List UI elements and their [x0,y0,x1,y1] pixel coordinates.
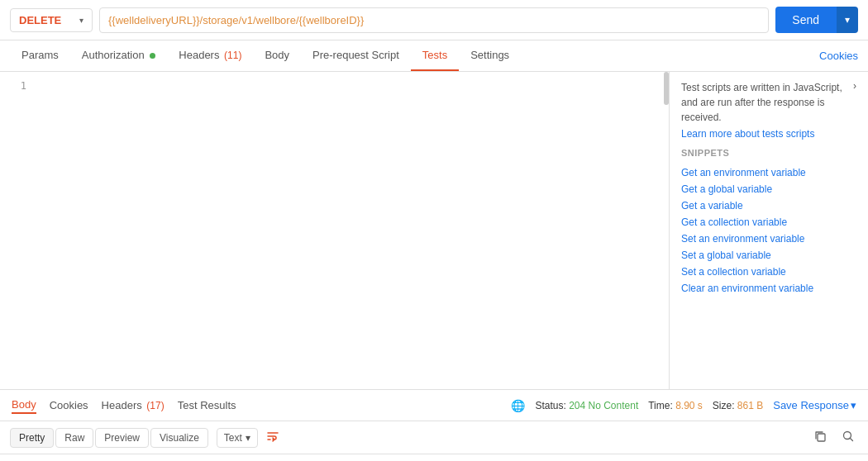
response-body: 1 [0,454,868,461]
tab-params[interactable]: Params [10,40,70,71]
snippet-set-collection-var[interactable]: Set a collection variable [681,264,856,280]
snippet-get-variable[interactable]: Get a variable [681,197,856,214]
editor-content[interactable] [30,72,669,389]
resp-headers-badge: (17) [146,400,164,411]
svg-line-2 [850,438,852,440]
url-input[interactable] [99,7,769,33]
format-preview-button[interactable]: Preview [95,428,149,448]
tab-settings[interactable]: Settings [459,40,521,71]
line-number-1: 1 [3,78,26,93]
snippets-intro-text: Test scripts are written in JavaScript, … [681,80,856,125]
text-dropdown-label: Text [224,432,242,444]
line-numbers: 1 [0,72,30,100]
snippet-clear-env-var[interactable]: Clear an environment variable [681,280,856,297]
tab-body[interactable]: Body [253,40,301,71]
scrollbar[interactable] [664,72,669,105]
right-icons [810,428,858,448]
text-format-dropdown[interactable]: Text ▾ [217,428,258,448]
main-content: 1 › Test scripts are written in JavaScri… [0,72,868,389]
time-info: Time: 8.90 s [648,400,703,411]
save-response-button[interactable]: Save Response ▾ [773,399,856,411]
size-label: Size: [713,400,735,411]
save-response-chevron: ▾ [851,399,856,411]
status-label: Status: 204 No Content [535,400,638,411]
search-button[interactable] [838,428,858,448]
tab-tests[interactable]: Tests [411,40,459,71]
snippet-get-env-var[interactable]: Get an environment variable [681,164,856,181]
auth-status-dot [150,53,155,59]
response-tabs-row: Body Cookies Headers (17) Test Results [12,397,498,414]
learn-more-link[interactable]: Learn more about tests scripts [681,128,856,140]
top-bar: DELETE ▾ Send ▾ [0,0,868,40]
send-chevron-button[interactable]: ▾ [836,7,858,33]
format-visualize-button[interactable]: Visualize [150,428,208,448]
resp-tab-test-results[interactable]: Test Results [178,397,236,413]
size-info: Size: 861 B [713,400,763,411]
tab-authorization[interactable]: Authorization [70,40,168,71]
headers-badge: (11) [224,50,241,61]
status-label-text: Status: [535,400,565,411]
response-meta: 🌐 Status: 204 No Content Time: 8.90 s Si… [511,399,856,412]
response-bar: Body Cookies Headers (17) Test Results 🌐… [0,389,868,421]
copy-icon [813,430,827,443]
copy-button[interactable] [810,428,830,448]
send-button[interactable]: Send [775,7,836,33]
editor-area[interactable]: 1 [0,72,670,389]
tab-prerequest[interactable]: Pre-request Script [301,40,411,71]
status-value: 204 No Content [569,400,638,411]
method-chevron: ▾ [79,16,83,25]
resp-tab-cookies[interactable]: Cookies [50,397,88,413]
snippet-set-global-var[interactable]: Set a global variable [681,247,856,264]
method-selector[interactable]: DELETE ▾ [10,8,93,32]
panel-chevron-icon[interactable]: › [853,80,856,92]
search-icon [842,430,855,443]
snippet-get-global-var[interactable]: Get a global variable [681,181,856,197]
cookies-link[interactable]: Cookies [819,41,858,70]
format-raw-button[interactable]: Raw [55,428,93,448]
format-pretty-button[interactable]: Pretty [10,428,54,448]
method-label: DELETE [19,14,61,26]
snippets-panel: › Test scripts are written in JavaScript… [670,72,868,389]
snippets-header: SNIPPETS [681,148,856,158]
resp-tab-body[interactable]: Body [12,397,36,414]
tabs-left: Params Authorization Headers (11) Body P… [10,40,521,71]
wrap-icon-button[interactable] [263,426,283,449]
text-dropdown-chevron: ▾ [246,432,250,444]
time-value: 8.90 s [675,400,703,411]
send-btn-group: Send ▾ [775,7,858,33]
globe-icon: 🌐 [511,399,525,412]
snippet-set-env-var[interactable]: Set an environment variable [681,230,856,247]
format-bar: Pretty Raw Preview Visualize Text ▾ [0,421,868,454]
wrap-text-icon [266,430,279,443]
snippet-get-collection-var[interactable]: Get a collection variable [681,214,856,230]
tab-headers[interactable]: Headers (11) [167,40,253,71]
size-value: 861 B [737,400,763,411]
nav-tabs: Params Authorization Headers (11) Body P… [0,40,868,72]
svg-rect-0 [818,434,825,441]
time-label: Time: [648,400,673,411]
resp-tab-headers[interactable]: Headers (17) [102,397,165,413]
save-response-label: Save Response [773,399,849,411]
